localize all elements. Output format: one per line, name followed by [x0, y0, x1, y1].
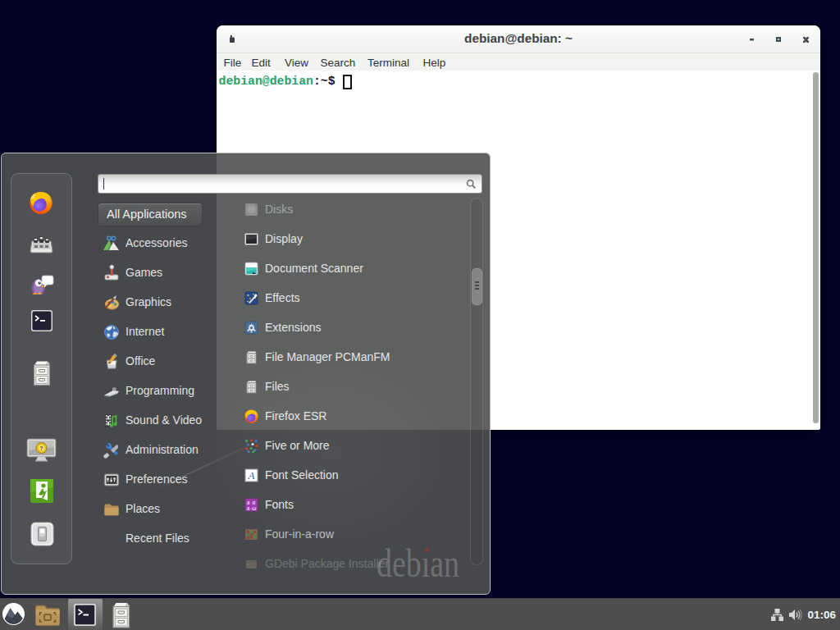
svg-text:?: ?	[39, 445, 43, 451]
svg-text:ω: ω	[252, 504, 256, 512]
svg-text:A: A	[248, 469, 255, 482]
